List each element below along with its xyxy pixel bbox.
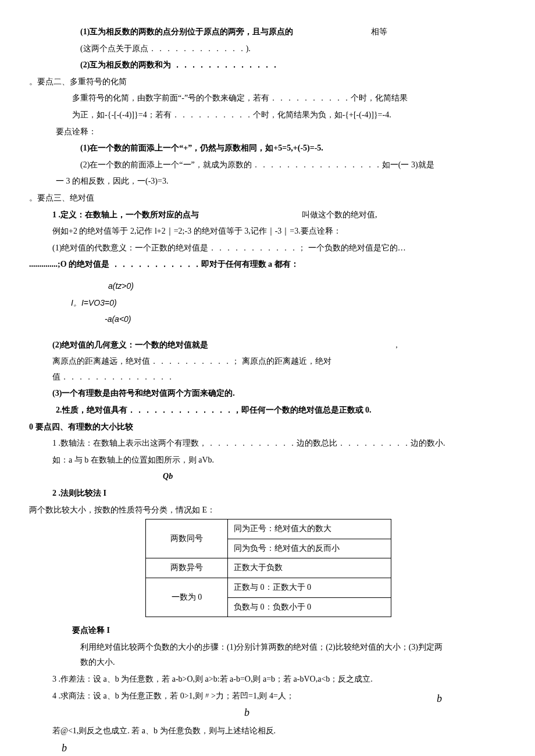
point-1-1-note: (这两个点关于原点．．．．．．．．．．．．). (29, 41, 448, 57)
text-left: (2)绝对值的几何意义：一个数的绝对值就是 (52, 341, 208, 349)
abs-alg-1: (1)绝对值的代数意义：一个正数的绝对值是．．．．．．．．．．．； 一个负数的绝… (29, 241, 448, 256)
points-note-heading-2: 要点诠释 I (29, 623, 448, 639)
heading-3: 。要点三、绝对值 (29, 191, 448, 206)
cell-diff-sign: 两数异号 (146, 558, 228, 578)
text-left: 1 .定义：在数轴上，一个数所对应的点与 (52, 210, 199, 219)
var-b-under-2: b (29, 738, 448, 756)
cell-both-neg: 同为负号：绝对值大的反而小 (228, 539, 391, 558)
table-row: 一数为 0 正数与 0：正数大于 0 (146, 578, 391, 598)
comma: ， (393, 341, 401, 349)
sign-simplify-2: 为正，如-{-[-(-4)]}=4；若有．．．．．．．．．．个时，化简结果为负，… (29, 108, 448, 123)
abs-compare-steps: 利用绝对值比较两个负数的大小的步骤：(1)分别计算两数的绝对值；(2)比较绝对值… (29, 640, 448, 671)
table-row: 两数同号 同为正号：绝对值大的数大 (146, 519, 391, 539)
text: (1)互为相反数的两数的点分别位于原点的两旁，且与原点的 (80, 27, 293, 36)
method-quotient-2: 若@<1,则反之也成立. 若 a、b 为任意负数，则与上述结论相反. (29, 723, 448, 739)
cell-pos-gt-neg: 正数大于负数 (228, 558, 391, 578)
cell-both-pos: 同为正号：绝对值大的数大 (228, 519, 391, 539)
abs-prop: 2.性质，绝对值具有．．．．．．．．．．．．．，即任何一个数的绝对值总是正数或 … (29, 403, 448, 418)
var-b-right: b (437, 689, 442, 708)
formula-row-2: I。I=VO3=0) (71, 295, 448, 311)
compare-rule-heading: 2 .法则比较法 I (29, 486, 448, 501)
text: 例如+2 的绝对值等于 2,记作 l+2｜=2;-3 的绝对值等于 3,记作｜-… (52, 227, 341, 235)
abs-example: 例如+2 的绝对值等于 2,记作 l+2｜=2;-3 的绝对值等于 3,记作｜-… (29, 224, 448, 239)
compare-rule-intro: 两个数比较大小，按数的性质符号分类，情况如 E： (29, 503, 448, 518)
var-b-under: b (29, 703, 448, 722)
points-note-heading: 要点诠释： (29, 124, 448, 140)
qb-label: QQbb (29, 469, 448, 485)
abs-geo-2: 离原点的距离越远，绝对值．．．．．．．．．．； 离原点的距离越近，绝对值．．．．… (29, 354, 448, 385)
text: 4 .求商法：设 a、b 为任意正数，若 0>1,则〃>力；若凹=1,则 4=人… (52, 691, 294, 700)
text: 为正，如-{-[-(-4)]}=4；若有．．．．．．．．．．个时，化简结果为负，… (72, 110, 391, 119)
note-2-1: (1)在一个数的前面添上一个“+”，仍然与原数相同，如+5=5,+(-5)=-5… (29, 141, 448, 156)
method-quotient: 4 .求商法：设 a、b 为任意正数，若 0>1,则〃>力；若凹=1,则 4=人… (29, 689, 448, 704)
point-1-2: (2)互为相反数的两数和为 ．．．．．．．．．．．．． (29, 58, 448, 73)
note-2-2: (2)在一个数的前面添上一个“一”，就成为原数的．．．．．．．．．．．．．．．．… (29, 157, 448, 173)
text: 1 .数轴法：在数轴上表示出这两个有理数，．．．．．．．．．．．边的数总比．．．… (52, 439, 445, 447)
note-2-2b: 一 3 的相反数，因此，一(-3)=3. (29, 174, 448, 189)
text: 3 .作差法：设 a、b 为任意数，若 a-b>O,则 a>b:若 a-b=O,… (52, 675, 373, 683)
text: 一 3 的相反数，因此，一(-3)=3. (56, 177, 168, 185)
text: 利用绝对值比较两个负数的大小的步骤：(1)分别计算两数的绝对值；(2)比较绝对值… (80, 643, 443, 667)
abs-geo: (2)绝对值的几何意义：一个数的绝对值就是 ， (29, 338, 448, 353)
method-diff: 3 .作差法：设 a、b 为任意数，若 a-b>O,则 a>b:若 a-b=O,… (29, 672, 448, 687)
cell-pos-zero: 正数与 0：正数大于 0 (228, 578, 391, 598)
text: 若@<1,则反之也成立. 若 a、b 为任意负数，则与上述结论相反. (52, 726, 276, 735)
compare-axis: 1 .数轴法：在数轴上表示出这两个有理数，．．．．．．．．．．．边的数总比．．．… (29, 436, 448, 452)
cell-neg-zero: 负数与 0：负数小于 0 (228, 597, 391, 617)
text: (2)互为相反数的两数和为 ．．．．．．．．．．．．． (80, 60, 279, 69)
point-1-1: (1)互为相反数的两数的点分别位于原点的两旁，且与原点的 相等 (29, 24, 448, 40)
text: (2)在一个数的前面添上一个“一”，就成为原数的．．．．．．．．．．．．．．．．… (80, 160, 434, 169)
cell-same-sign: 两数同号 (146, 519, 228, 558)
abs-alg-2: ..............;O 的绝对值是 ．．．．．．．．．．．即对于任何有… (29, 257, 448, 273)
compare-axis-ex: 如：a 与 b 在数轴上的位置如图所示，则 aVb. (29, 453, 448, 468)
table-row: 两数异号 正数大于负数 (146, 558, 391, 578)
text: (1)绝对值的代数意义：一个正数的绝对值是．．．．．．．．．．．； 一个负数的绝… (52, 243, 406, 252)
sign-simplify-1: 多重符号的化简，由数字前面“-”号的个数来确定，若有．．．．．．．．．．个时，化… (29, 91, 448, 106)
heading-4: 0 要点四、有理数的大小比较 (29, 420, 448, 435)
text: 如：a 与 b 在数轴上的位置如图所示，则 aVb. (52, 456, 214, 464)
blank-answer: 相等 (371, 24, 387, 40)
comparison-table: 两数同号 同为正号：绝对值大的数大 同为负号：绝对值大的反而小 两数异号 正数大… (145, 519, 391, 617)
abs-def: 1 .定义：在数轴上，一个数所对应的点与 叫做这个数的绝对值, (29, 207, 448, 223)
formula-row-1: a(tz>0) (71, 278, 448, 294)
text: 两个数比较大小，按数的性质符号分类，情况如 E： (29, 506, 215, 514)
abs-note-3: (3)一个有理数是由符号和绝对值两个方面来确定的. (29, 386, 448, 402)
formula-row-3: -a(a<0) (71, 311, 448, 327)
piecewise-formula: a(tz>0) I。I=VO3=0) -a(a<0) (71, 278, 448, 327)
text-right: 叫做这个数的绝对值, (302, 210, 377, 219)
heading-2: 。要点二、多重符号的化简 (29, 74, 448, 90)
cell-one-zero: 一数为 0 (146, 578, 228, 617)
